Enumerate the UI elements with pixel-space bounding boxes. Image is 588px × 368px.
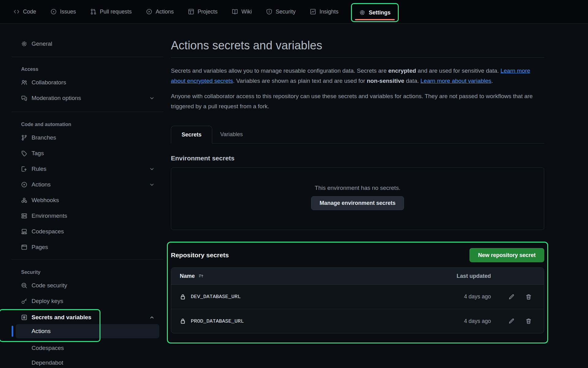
intro-text: .: [491, 78, 493, 84]
nav-tab-label: Issues: [60, 9, 76, 15]
secrets-variables-tabnav: Secrets Variables: [171, 125, 544, 144]
nav-tab-label: Projects: [198, 9, 217, 15]
tab-secrets[interactable]: Secrets: [171, 126, 212, 144]
intro-paragraph-2: Anyone with collaborator access to this …: [171, 91, 534, 111]
nav-tab-settings[interactable]: Settings: [359, 10, 390, 16]
sidebar-item-deploy-keys[interactable]: Deploy keys: [11, 293, 163, 309]
sidebar-item-label: Moderation options: [32, 95, 81, 102]
play-circle-icon: [21, 182, 27, 188]
nav-tab-label: Actions: [156, 9, 174, 15]
sidebar-divider: [11, 112, 163, 112]
nav-tab-label: Code: [23, 9, 36, 15]
secret-last-updated: 4 days ago: [445, 318, 491, 324]
people-icon: [21, 79, 27, 86]
intro-text: data.: [404, 78, 420, 84]
sidebar-item-label: General: [32, 40, 52, 47]
sidebar-item-actions[interactable]: Actions: [11, 177, 163, 192]
sidebar-item-label: Branches: [32, 134, 56, 141]
intro-text: Secrets and variables allow you to manag…: [171, 67, 388, 74]
secret-last-updated: 4 days ago: [445, 293, 491, 300]
delete-trash-icon[interactable]: [526, 294, 532, 300]
intro-text: and are used for sensitive data.: [416, 67, 501, 74]
intro-paragraph-1: Secrets and variables allow you to manag…: [171, 66, 534, 86]
sidebar-item-label: Codespaces: [32, 228, 64, 235]
environment-secrets-heading: Environment secrets: [171, 154, 544, 162]
manage-environment-secrets-button[interactable]: Manage environment secrets: [311, 196, 404, 210]
sidebar-subitem-label: Actions: [32, 328, 51, 335]
repository-secrets-header: Repository secrets New repository secret: [171, 248, 544, 262]
sidebar-item-rules[interactable]: Rules: [11, 161, 163, 177]
sidebar-item-collaborators[interactable]: Collaborators: [11, 75, 163, 90]
sidebar-item-label: Code security: [32, 282, 67, 289]
repository-secrets-heading: Repository secrets: [171, 251, 229, 259]
settings-sidebar: General Access Collaborators Moderation …: [0, 24, 163, 368]
issue-opened-icon: [51, 9, 57, 15]
sidebar-item-tags[interactable]: Tags: [11, 145, 163, 161]
book-icon: [232, 9, 238, 15]
gear-icon: [21, 41, 27, 47]
play-circle-icon: [146, 9, 152, 15]
secret-name: PROD_DATABASE_URL: [191, 318, 244, 324]
secret-row-actions: [491, 294, 535, 300]
git-branch-icon: [21, 135, 27, 141]
intro-text: . Variables are shown as plain text and …: [233, 78, 367, 84]
tab-variables[interactable]: Variables: [212, 125, 251, 143]
nav-tab-security[interactable]: Security: [266, 9, 296, 15]
secret-row-dev-database-url: DEV_DATABASE_URL 4 days ago: [171, 285, 544, 309]
nav-tab-issues[interactable]: Issues: [51, 9, 76, 15]
browser-icon: [21, 244, 27, 250]
edit-pencil-icon[interactable]: [508, 294, 514, 300]
column-label: Name: [180, 273, 195, 279]
nav-tab-code[interactable]: Code: [13, 9, 36, 15]
git-pull-request-icon: [90, 9, 96, 15]
repository-secrets-annotation-box: Repository secrets New repository secret…: [167, 242, 548, 343]
key-icon: [21, 298, 27, 304]
sidebar-subitem-codespaces[interactable]: Codespaces: [11, 341, 163, 355]
server-icon: [21, 213, 27, 219]
edit-pencil-icon[interactable]: [508, 318, 514, 324]
sidebar-item-environments[interactable]: Environments: [11, 208, 163, 224]
sidebar-item-pages[interactable]: Pages: [11, 239, 163, 255]
sidebar-subitem-dependabot[interactable]: Dependabot: [11, 355, 163, 368]
chevron-up-icon: [149, 314, 155, 320]
sidebar-item-label: Collaborators: [32, 79, 66, 86]
table-icon: [188, 9, 194, 15]
sidebar-item-codespaces[interactable]: Codespaces: [11, 224, 163, 239]
repo-nav: Code Issues Pull requests Actions Projec…: [0, 0, 588, 24]
nav-tab-actions[interactable]: Actions: [146, 9, 174, 15]
sidebar-item-general[interactable]: General: [11, 37, 163, 51]
secret-name-cell: DEV_DATABASE_URL: [180, 294, 445, 300]
column-header-name[interactable]: Name: [180, 273, 445, 279]
secret-row-prod-database-url: PROD_DATABASE_URL 4 days ago: [171, 309, 544, 333]
nav-tab-label: Settings: [369, 10, 390, 16]
nav-tab-insights[interactable]: Insights: [310, 9, 338, 15]
lock-icon: [180, 318, 186, 324]
secret-name: DEV_DATABASE_URL: [191, 294, 241, 300]
comment-discussion-icon: [21, 95, 27, 101]
nav-tab-projects[interactable]: Projects: [188, 9, 217, 15]
link-learn-variables[interactable]: Learn more about variables: [420, 78, 491, 84]
sidebar-item-moderation-options[interactable]: Moderation options: [11, 90, 163, 106]
nav-tab-label: Wiki: [241, 9, 252, 15]
sidebar-subitem-actions[interactable]: Actions: [16, 324, 159, 338]
sidebar-item-label: Rules: [32, 166, 47, 172]
title-divider: [171, 57, 544, 58]
code-icon: [13, 9, 20, 15]
empty-state-message: This environment has no secrets.: [171, 185, 544, 191]
nav-tab-wiki[interactable]: Wiki: [232, 9, 252, 15]
chevron-down-icon: [149, 182, 155, 188]
sidebar-item-code-security[interactable]: Code security: [11, 278, 163, 293]
intro-bold-encrypted: encrypted: [388, 67, 416, 74]
new-repository-secret-button[interactable]: New repository secret: [469, 248, 544, 262]
sidebar-item-label: Tags: [32, 150, 44, 157]
code-scan-icon: [21, 282, 27, 289]
sidebar-item-label: Actions: [32, 181, 51, 188]
asterisk-box-icon: [21, 314, 27, 320]
sidebar-item-secrets-and-variables[interactable]: Secrets and variables: [11, 311, 163, 324]
nav-tab-pull-requests[interactable]: Pull requests: [90, 9, 132, 15]
sidebar-item-branches[interactable]: Branches: [11, 130, 163, 145]
sidebar-item-webhooks[interactable]: Webhooks: [11, 192, 163, 208]
tag-icon: [21, 150, 27, 156]
delete-trash-icon[interactable]: [526, 318, 532, 324]
settings-annotation-box: Settings: [351, 3, 399, 22]
